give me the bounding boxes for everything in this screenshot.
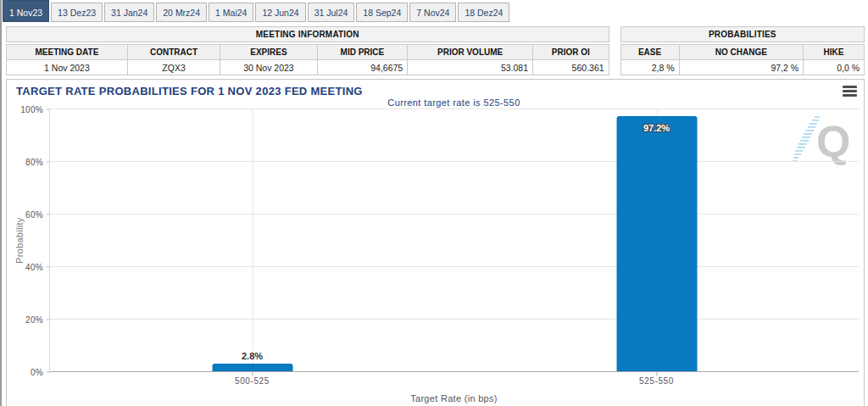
y-tick-mark (47, 267, 50, 268)
meeting-date-tab-bar: 1 Nov2313 Dez2331 Jan2420 Mrz241 Mai2412… (2, 0, 868, 22)
horizontal-gridline (50, 161, 859, 162)
tab-1-nov23[interactable]: 1 Nov23 (3, 0, 49, 22)
meeting-value-5: 560.361 (533, 60, 609, 75)
x-axis-title: Target Rate (in bps) (49, 393, 859, 403)
watermark-q-logo: Q (793, 114, 854, 166)
x-axis-line (50, 371, 859, 372)
meeting-information-table: MEETING INFORMATION MEETING DATECONTRACT… (6, 26, 609, 75)
y-tick-label: 100% (20, 105, 43, 114)
meeting-col-header-2: EXPIRES (220, 45, 317, 60)
hamburger-menu-icon[interactable] (843, 86, 857, 97)
x-tick-label: 500-525 (235, 376, 270, 386)
tab-20-mrz24[interactable]: 20 Mrz24 (156, 3, 207, 22)
probability-value-1: 97,2 % (679, 60, 804, 75)
y-tick-mark (47, 109, 50, 110)
probability-col-header-1: NO CHANGE (679, 45, 804, 60)
info-tables-row: MEETING INFORMATION MEETING DATECONTRACT… (6, 26, 865, 75)
horizontal-gridline (50, 214, 859, 214)
tab-18-sep24[interactable]: 18 Sep24 (356, 3, 408, 22)
meeting-value-2: 30 Nov 2023 (220, 60, 317, 75)
meeting-info-header-row: MEETING DATECONTRACTEXPIRESMID PRICEPRIO… (7, 45, 609, 60)
y-tick-label: 40% (25, 263, 43, 272)
tab-13-dez23[interactable]: 13 Dez23 (51, 3, 103, 22)
meeting-col-header-3: MID PRICE (317, 45, 408, 60)
y-tick-mark (47, 214, 50, 215)
meeting-value-1: ZQX3 (127, 60, 220, 75)
tab-18-dez24[interactable]: 18 Dez24 (458, 3, 509, 22)
chart-title: TARGET RATE PROBABILITIES FOR 1 NOV 2023… (16, 85, 363, 97)
probabilities-table: PROBABILITIES EASENO CHANGEHIKE 2,8 %97,… (620, 26, 865, 75)
meeting-value-3: 94,6675 (317, 60, 408, 75)
plot-area: Q 0%20%40%60%80%100%2.8%500-52597.2%525-… (49, 109, 859, 372)
bar-value-label: 97.2% (643, 123, 670, 133)
bar-525-550[interactable] (616, 116, 697, 371)
probabilities-header-row: EASENO CHANGEHIKE (620, 45, 864, 60)
y-tick-mark (47, 320, 50, 320)
tab-31-jan24[interactable]: 31 Jan24 (104, 3, 154, 22)
bar-500-525[interactable] (212, 364, 292, 371)
probability-value-2: 0,0 % (804, 60, 865, 75)
meeting-col-header-4: PRIOR VOLUME (408, 45, 533, 60)
y-tick-label: 20% (25, 315, 43, 325)
meeting-value-4: 53.081 (408, 60, 533, 75)
horizontal-gridline (50, 108, 859, 109)
bar-value-label: 2.8% (242, 351, 263, 361)
y-axis-title: Probability (14, 109, 25, 372)
meeting-col-header-5: PRIOR OI (533, 45, 609, 60)
probabilities-data-row: 2,8 %97,2 %0,0 % (620, 60, 864, 75)
probability-value-0: 2,8 % (620, 60, 679, 75)
meeting-value-0: 1 Nov 2023 (7, 60, 128, 75)
horizontal-gridline (50, 319, 859, 320)
y-tick-mark (47, 162, 50, 163)
tab-31-jul24[interactable]: 31 Jul24 (308, 3, 355, 22)
tab-1-mai24[interactable]: 1 Mai24 (209, 3, 253, 22)
meeting-info-data-row: 1 Nov 2023ZQX330 Nov 202394,667553.08156… (7, 60, 609, 75)
y-tick-label: 60% (25, 210, 43, 220)
chart-header: TARGET RATE PROBABILITIES FOR 1 NOV 2023… (7, 80, 864, 97)
horizontal-gridline (50, 266, 859, 267)
vertical-gridline (253, 109, 253, 372)
y-tick-label: 0% (31, 368, 43, 377)
chart-area: Probability (7, 109, 864, 403)
x-tick-label: 525-550 (639, 376, 674, 386)
meeting-col-header-0: MEETING DATE (7, 45, 128, 60)
chart-subtitle: Current target rate is 525-550 (49, 97, 859, 109)
probability-col-header-0: EASE (620, 45, 679, 60)
chart-panel: TARGET RATE PROBABILITIES FOR 1 NOV 2023… (6, 79, 865, 406)
probabilities-group-header: PROBABILITIES (620, 26, 865, 42)
tab-7-nov24[interactable]: 7 Nov24 (409, 3, 456, 22)
tab-12-jun24[interactable]: 12 Jun24 (255, 3, 305, 22)
y-tick-label: 80% (25, 158, 43, 167)
meeting-col-header-1: CONTRACT (127, 45, 220, 60)
meeting-information-group-header: MEETING INFORMATION (6, 26, 609, 42)
probability-col-header-2: HIKE (804, 45, 865, 60)
x-tick-mark (252, 372, 253, 375)
x-tick-mark (656, 372, 657, 375)
watermark-q-letter: Q (816, 117, 850, 166)
